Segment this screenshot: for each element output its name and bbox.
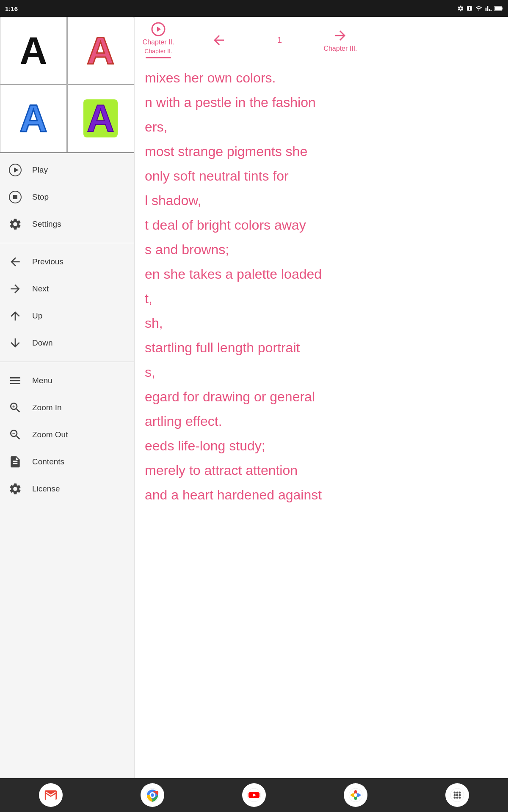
next-icon xyxy=(8,281,23,296)
menu-item-zoom-out[interactable]: Zoom Out xyxy=(0,421,134,448)
book-line-4: most strange pigments she xyxy=(145,141,354,162)
book-line-11: sh, xyxy=(145,313,354,333)
gmail-app-button[interactable] xyxy=(39,783,63,807)
book-line-18: and a heart hardened against xyxy=(145,485,354,505)
book-line-1: mixes her own colors. xyxy=(145,68,354,88)
previous-label: Previous xyxy=(32,257,64,266)
menu-divider-2 xyxy=(0,362,134,362)
main-container: A A A A Play xyxy=(0,0,364,812)
book-line-3: ers, xyxy=(145,117,354,137)
book-line-14: egard for drawing or general xyxy=(145,387,354,407)
stop-label: Stop xyxy=(32,192,49,202)
book-text: mixes her own colors. n with a pestle in… xyxy=(135,59,364,778)
status-bar: 1:16 xyxy=(0,0,364,17)
menu-item-menu[interactable]: Menu xyxy=(0,367,134,394)
stop-icon xyxy=(8,189,23,205)
nav-next-section: Chapter III. xyxy=(323,28,357,52)
chrome-app-button[interactable] xyxy=(141,783,164,807)
menu-item-contents[interactable]: Contents xyxy=(0,448,134,475)
book-line-9: en she takes a palette loaded xyxy=(145,264,354,284)
nav-prev-button[interactable] xyxy=(211,33,226,48)
zoom-out-label: Zoom Out xyxy=(32,430,68,439)
book-line-6: l shadow, xyxy=(145,190,354,211)
nav-active-underline xyxy=(146,57,171,58)
nav-play-chapter: Chapter II. xyxy=(143,38,174,46)
sidebar: A A A A Play xyxy=(0,17,135,778)
font-style-pink[interactable]: A xyxy=(67,17,134,85)
menu-item-license[interactable]: License xyxy=(0,475,134,502)
license-label: License xyxy=(32,484,60,494)
book-line-12: startling full length portrait xyxy=(145,337,354,358)
contents-icon xyxy=(8,454,23,469)
svg-point-21 xyxy=(354,793,357,797)
nav-active-chapter: Chapter II. xyxy=(144,48,172,55)
book-line-15: artling effect. xyxy=(145,411,354,431)
svg-rect-6 xyxy=(13,195,17,199)
previous-icon xyxy=(8,254,23,269)
svg-marker-8 xyxy=(157,27,161,32)
menu-label: Menu xyxy=(32,376,52,385)
play-icon xyxy=(8,162,23,178)
menu-item-play[interactable]: Play xyxy=(0,156,134,184)
nav-play-section: Chapter II. Chapter II. xyxy=(141,22,175,58)
book-line-5: only soft neutral tints for xyxy=(145,166,354,186)
font-style-blue[interactable]: A xyxy=(0,85,67,152)
book-line-16: eeds life-long study; xyxy=(145,436,354,456)
menu-item-settings[interactable]: Settings xyxy=(0,211,134,238)
play-label: Play xyxy=(32,165,48,175)
menu-item-up[interactable]: Up xyxy=(0,302,134,329)
svg-marker-4 xyxy=(14,167,19,173)
font-style-grid: A A A A xyxy=(0,17,134,153)
hamburger-icon xyxy=(8,373,23,388)
nav-next-button[interactable] xyxy=(333,28,348,43)
zoom-in-icon xyxy=(8,400,23,415)
font-style-green-bg[interactable]: A xyxy=(67,85,134,152)
font-style-black[interactable]: A xyxy=(0,17,67,85)
up-icon xyxy=(8,308,23,324)
bottom-app-bar xyxy=(0,778,364,812)
book-line-7: t deal of bright colors away xyxy=(145,215,354,235)
status-time: 1:16 xyxy=(5,5,18,12)
menu-divider-1 xyxy=(0,243,134,243)
zoom-in-label: Zoom In xyxy=(32,403,62,412)
nav-play-button[interactable] xyxy=(151,22,166,37)
down-label: Down xyxy=(32,338,53,348)
nav-next-chapter: Chapter III. xyxy=(323,45,357,52)
menu-section-tools: Menu Zoom In xyxy=(0,364,134,506)
license-icon xyxy=(8,481,23,497)
book-line-2: n with a pestle in the fashion xyxy=(145,92,354,112)
menu-section-nav: Previous Next Up xyxy=(0,245,134,360)
next-label: Next xyxy=(32,284,49,294)
menu-item-down[interactable]: Down xyxy=(0,329,134,357)
book-line-8: s and browns; xyxy=(145,239,354,260)
settings-label: Settings xyxy=(32,219,61,229)
down-icon xyxy=(8,335,23,351)
content-area: Chapter II. Chapter II. 1 xyxy=(135,17,364,778)
settings-icon xyxy=(8,217,23,232)
menu-section-top: Play Stop Settings xyxy=(0,153,134,241)
zoom-out-icon xyxy=(8,427,23,442)
nav-page-section: 1 xyxy=(263,35,297,45)
book-line-10: t, xyxy=(145,288,354,309)
menu-item-stop[interactable]: Stop xyxy=(0,184,134,211)
top-nav: Chapter II. Chapter II. 1 xyxy=(135,17,364,59)
menu-item-zoom-in[interactable]: Zoom In xyxy=(0,394,134,421)
svg-point-12 xyxy=(151,793,154,797)
nav-page-number: 1 xyxy=(277,35,282,45)
menu-item-previous[interactable]: Previous xyxy=(0,248,134,275)
menu-item-next[interactable]: Next xyxy=(0,275,134,302)
nav-prev-section xyxy=(202,33,236,48)
up-label: Up xyxy=(32,311,42,321)
book-line-13: s, xyxy=(145,362,354,382)
contents-label: Contents xyxy=(32,457,64,466)
youtube-app-button[interactable] xyxy=(242,783,266,807)
photos-app-button[interactable] xyxy=(344,783,364,807)
book-line-17: merely to attract attention xyxy=(145,460,354,480)
